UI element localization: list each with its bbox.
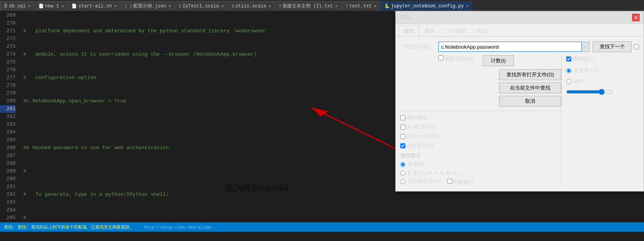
find-transparency-title: 透明度(Y) [573, 55, 595, 62]
find-mode-extended-radio[interactable] [400, 171, 405, 176]
tab-label: 新建文本文档 (2).txt [283, 3, 333, 9]
close-icon[interactable]: ✕ [374, 4, 377, 9]
code-line-276: # To generate, type in a python/IPython … [23, 191, 644, 199]
close-icon[interactable]: ✕ [61, 4, 64, 9]
tab-label: jupyter_notebook_config.py [391, 4, 464, 9]
find-tab-file-find[interactable]: 文件查找 [441, 26, 471, 36]
tab-label: start-all.sh [78, 4, 112, 9]
find-whole-word-row: 全词匹配(W) [400, 123, 561, 130]
tab-label: 配置示例.json [133, 3, 166, 9]
find-body: 查找目标(E)： ▼ 查找下一个 选取范围内() [396, 37, 644, 191]
find-select-range-row: 选取范围内() [438, 55, 473, 66]
find-transparency-checkbox[interactable] [566, 56, 571, 62]
line-numbers: 269 270 271 272 273 274 275 276 277 278 … [0, 11, 19, 232]
find-mode-normal: 普通(N) [400, 161, 561, 168]
find-dialog: 查找 ✕ 查找 替换 文件查找 标记 查找目标(E)： ▼ 查找下一个 [395, 11, 644, 192]
find-mode-normal-radio[interactable] [400, 162, 405, 167]
status-find-label: 查找: [4, 225, 17, 230]
find-tab-replace[interactable]: 替换 [420, 26, 440, 36]
find-whole-word-label[interactable]: 全词匹配(W) [400, 123, 435, 130]
find-transparency-always: 始终 [566, 78, 639, 85]
tab-start-all[interactable]: 📄 start-all.sh ✕ [68, 1, 120, 11]
tab-jupyter-config[interactable]: 🐍 jupyter_notebook_config.py ✕ [381, 1, 472, 11]
find-loop-label[interactable]: 循环查找(P) [400, 142, 434, 149]
find-left-col: 选取范围内() 计数(I) 查找所有打开文件(O) 在当前文件中查找 [400, 55, 561, 186]
find-mode-regex: 正则表达式(G) [400, 178, 440, 185]
close-icon[interactable]: ✕ [28, 4, 31, 9]
close-icon[interactable]: ✕ [466, 4, 469, 9]
tab-label: text.txt [349, 4, 372, 9]
find-tabs: 查找 替换 文件查找 标记 [396, 24, 644, 37]
find-title-bar: 查找 ✕ [396, 11, 644, 24]
status-bar: 查找: 查找: 查找到从上到下的首个匹配项。已查找至文档最底部。 http://… [0, 222, 644, 232]
find-dialog-close-button[interactable]: ✕ [632, 14, 640, 21]
find-mode-title: 查找模式 [400, 152, 561, 159]
find-search-row: 查找目标(E)： ▼ 查找下一个 [400, 41, 639, 52]
find-select-range-checkbox[interactable] [438, 55, 443, 60]
find-transparency-slider-container [566, 89, 639, 95]
tab-db-sql[interactable]: 🗄 db.sql ✕ [0, 1, 34, 11]
find-in-current-button[interactable]: 在当前文件中查找 [499, 83, 561, 93]
status-text: 查找: 查找: 查找到从上到下的首个匹配项。已查找至文档最底部。 http://… [4, 224, 218, 230]
find-loop-checkbox[interactable] [400, 143, 405, 148]
find-checkbox-extra[interactable] [634, 44, 639, 49]
find-matchcase-row: 匹配大小写(C) [400, 133, 561, 140]
find-tab-mark[interactable]: 标记 [472, 26, 492, 36]
close-icon[interactable]: ✕ [335, 4, 338, 9]
find-transparency-losefocus-radio[interactable] [566, 68, 571, 73]
find-columns: 选取范围内() 计数(I) 查找所有打开文件(O) 在当前文件中查找 [400, 55, 639, 186]
find-match-newline-checkbox[interactable] [447, 179, 452, 184]
find-cancel-button[interactable]: 取消 [499, 96, 561, 107]
tab-texttxt[interactable]: T text.txt ✕ [342, 1, 380, 11]
close-icon[interactable]: ✕ [269, 4, 271, 9]
annotation-text: 改为对应hash码 [225, 182, 288, 194]
find-reverse-checkbox[interactable] [400, 115, 405, 120]
find-match-newline-label[interactable]: 匹配新行 [447, 179, 474, 186]
find-tab-find[interactable]: 查找 [399, 26, 419, 36]
status-find-message: 查找: 查找到从上到下的首个匹配项。已查找至文档最底部。 [17, 225, 134, 230]
find-transparency-losefocus: 失去焦点后 [566, 67, 639, 74]
tab-utils[interactable]: S utils.scala ✕ [228, 1, 274, 11]
find-whole-word-checkbox[interactable] [400, 125, 405, 130]
find-dialog-title: 查找 [400, 14, 410, 21]
find-select-range-label[interactable]: 选取范围内() [438, 56, 473, 62]
code-line-277: # [23, 214, 644, 222]
find-loop-row: 循环查找(P) [400, 142, 561, 149]
find-search-label: 查找目标(E)： [400, 43, 435, 50]
find-search-input[interactable] [438, 42, 582, 52]
find-transparency-always-radio[interactable] [566, 79, 571, 84]
find-count-button[interactable]: 计数(I) [483, 55, 514, 66]
tab-label: new 1 [45, 4, 59, 9]
tab-label: utils.scala [235, 4, 266, 9]
find-mode-regex-radio[interactable] [400, 179, 405, 184]
tab-label: IpTest1.scala [183, 4, 219, 9]
find-all-open-button[interactable]: 查找所有打开文件(O) [499, 69, 561, 80]
tab-iptest[interactable]: S IpTest1.scala ✕ [175, 1, 227, 11]
close-icon[interactable]: ✕ [168, 4, 171, 9]
find-dropdown-btn[interactable]: ▼ [582, 42, 590, 52]
find-mode-section: 查找模式 普通(N) 扩展(X) (\n, \r, \t, \0, \x...) [400, 152, 561, 186]
find-mode-extended: 扩展(X) (\n, \r, \t, \0, \x...) [400, 169, 561, 176]
tab-config-json[interactable]: { } 配置示例.json ✕ [121, 1, 175, 11]
status-url[interactable]: http://blog.csdn.net/alidw... [144, 225, 218, 230]
close-icon[interactable]: ✕ [114, 4, 117, 9]
editor-area: 269 270 271 272 273 274 275 276 277 278 … [0, 11, 644, 232]
tab-new1[interactable]: 📄 new 1 ✕ [35, 1, 68, 11]
find-reverse-label[interactable]: 反向查找 [400, 114, 427, 121]
tab-label: db.sql [9, 4, 26, 9]
find-matchcase-label[interactable]: 匹配大小写(C) [400, 133, 439, 140]
find-reverse-row: 反向查找 [400, 114, 561, 121]
tab-newtxt2[interactable]: T 新建文本文档 (2).txt ✕ [275, 1, 341, 11]
find-next-button[interactable]: 查找下一个 [593, 41, 632, 52]
find-right-col: 透明度(Y) 失去焦点后 始终 [561, 55, 639, 186]
find-matchcase-checkbox[interactable] [400, 134, 405, 139]
close-icon[interactable]: ✕ [221, 4, 224, 9]
find-transparency-slider[interactable] [566, 89, 613, 95]
tab-bar: 🗄 db.sql ✕ 📄 new 1 ✕ 📄 start-all.sh ✕ { … [0, 0, 644, 11]
